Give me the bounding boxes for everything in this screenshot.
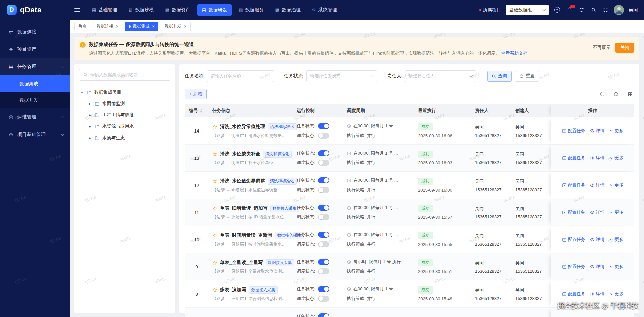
- refresh-icon[interactable]: [578, 6, 585, 14]
- top-nav-item[interactable]: ▩ 数据治理: [270, 4, 305, 16]
- tree-node[interactable]: ▸ 工程工情与调度: [79, 109, 170, 121]
- task-name-link[interactable]: 多表_追加写: [220, 287, 246, 293]
- page-tab[interactable]: 数据连接 ×: [93, 22, 122, 31]
- sidebar-item[interactable]: ◈ 项目资产: [0, 41, 70, 58]
- more-link[interactable]: 更多: [609, 155, 624, 161]
- favorite-star-icon[interactable]: [212, 152, 217, 157]
- avatar[interactable]: [614, 5, 624, 15]
- page-tab[interactable]: 数据开发 ×: [161, 22, 191, 31]
- configure-task-link[interactable]: 配置任务: [562, 291, 585, 297]
- tree-node[interactable]: ▸ 水资源与取用水: [79, 121, 170, 132]
- reset-button[interactable]: 重置: [515, 71, 539, 82]
- sidebar-item[interactable]: 数据开发: [0, 92, 70, 108]
- tree-node-root[interactable]: ▾ 数据集成类目: [79, 87, 170, 98]
- top-nav-item[interactable]: ▧ 数据建模: [124, 4, 158, 16]
- schedule-status-toggle[interactable]: [318, 296, 329, 302]
- configure-task-link[interactable]: 配置任务: [562, 236, 585, 243]
- tree-node[interactable]: ▸ 水雨情监测: [79, 98, 170, 109]
- more-link[interactable]: 更多: [609, 291, 624, 297]
- caret-right-icon[interactable]: ▸: [88, 124, 92, 129]
- tree-node[interactable]: ▸ 水质与生态: [79, 132, 170, 144]
- schedule-status-toggle[interactable]: [318, 187, 329, 193]
- caret-right-icon[interactable]: ▸: [88, 113, 92, 117]
- banner-close-button[interactable]: 关闭: [615, 43, 634, 53]
- detail-link[interactable]: 详情: [590, 182, 605, 188]
- collapse-menu-icon[interactable]: [74, 8, 80, 12]
- sort-icon[interactable]: [200, 109, 203, 113]
- task-status-toggle[interactable]: [318, 259, 329, 265]
- help-doc-link[interactable]: 查看帮助文档: [501, 51, 527, 56]
- search-icon[interactable]: [590, 6, 597, 14]
- caret-right-icon[interactable]: ▸: [88, 101, 92, 106]
- brand-logo[interactable]: D qData: [0, 0, 70, 20]
- configure-task-link[interactable]: 配置任务: [562, 128, 585, 134]
- configure-task-link[interactable]: 配置任务: [562, 209, 585, 215]
- caret-right-icon[interactable]: ▸: [88, 136, 92, 140]
- task-name-link[interactable]: 单表_全量读_全量写: [220, 260, 263, 266]
- fullscreen-icon[interactable]: [602, 6, 609, 14]
- query-button[interactable]: 查询: [487, 71, 512, 82]
- task-name-input[interactable]: [207, 70, 274, 82]
- detail-link[interactable]: 详情: [590, 291, 605, 297]
- detail-link[interactable]: 详情: [590, 155, 605, 161]
- favorite-star-icon[interactable]: [212, 124, 217, 129]
- user-name[interactable]: 吴同: [629, 7, 638, 13]
- more-link[interactable]: 更多: [609, 128, 624, 134]
- page-tab[interactable]: 数据集成 ×: [125, 22, 159, 31]
- task-status-toggle[interactable]: [318, 313, 329, 317]
- dismiss-link[interactable]: 不再展示: [593, 45, 611, 51]
- task-name-link[interactable]: 单表_ID增量读_追加写: [220, 205, 268, 211]
- schedule-status-toggle[interactable]: [318, 160, 329, 166]
- close-icon[interactable]: ×: [152, 24, 155, 29]
- configure-task-link[interactable]: 配置任务: [562, 182, 585, 188]
- close-icon[interactable]: ×: [116, 24, 119, 29]
- more-link[interactable]: 更多: [609, 182, 624, 188]
- sidebar-item[interactable]: ⇄ 数据连接: [0, 23, 70, 41]
- task-status-toggle[interactable]: [318, 177, 329, 183]
- top-nav-item[interactable]: ▨ 数据资产: [161, 4, 195, 16]
- task-name-link[interactable]: 清洗_水位缺失补全: [220, 151, 260, 157]
- task-name-link[interactable]: 单表_时间增量读_更新写: [220, 232, 272, 239]
- page-tab[interactable]: 首页: [74, 22, 90, 31]
- task-status-toggle[interactable]: [318, 150, 329, 156]
- detail-link[interactable]: 详情: [590, 264, 605, 270]
- grid-view-icon[interactable]: [626, 90, 634, 98]
- bell-icon[interactable]: [566, 6, 573, 14]
- sidebar-item[interactable]: ▤ 任务管理: [0, 58, 70, 75]
- task-status-select[interactable]: 请选择任务状态: [306, 70, 377, 82]
- more-link[interactable]: 更多: [609, 236, 624, 243]
- schedule-status-toggle[interactable]: [318, 214, 329, 220]
- task-name-link[interactable]: 清洗_水位值边界调整: [220, 178, 265, 184]
- top-nav-item[interactable]: ▤ 数据研发: [197, 4, 232, 16]
- favorite-star-icon[interactable]: [212, 233, 217, 238]
- caret-down-icon[interactable]: ▾: [80, 90, 84, 95]
- tree-search-input[interactable]: [90, 72, 167, 77]
- configure-task-link[interactable]: 配置任务: [562, 155, 585, 161]
- top-nav-item[interactable]: ▥ 数据服务: [234, 4, 268, 16]
- help-icon[interactable]: ?: [553, 6, 561, 14]
- table-refresh-icon[interactable]: [612, 90, 620, 98]
- sidebar-item[interactable]: ◎ 运维管理: [0, 108, 70, 126]
- favorite-star-icon[interactable]: [212, 260, 217, 265]
- schedule-status-toggle[interactable]: [318, 133, 329, 139]
- task-status-toggle[interactable]: [318, 205, 329, 211]
- favorite-star-icon[interactable]: [212, 287, 217, 293]
- sidebar-item[interactable]: 数据集成: [0, 75, 70, 92]
- task-status-toggle[interactable]: [318, 232, 329, 238]
- close-icon[interactable]: ×: [184, 24, 187, 29]
- task-status-toggle[interactable]: [318, 123, 329, 129]
- top-nav-item[interactable]: ⚙ 系统管理: [307, 4, 342, 16]
- schedule-status-toggle[interactable]: [318, 241, 329, 247]
- task-status-toggle[interactable]: [318, 286, 329, 292]
- detail-link[interactable]: 详情: [590, 128, 605, 134]
- detail-link[interactable]: 详情: [590, 236, 605, 243]
- configure-task-link[interactable]: 配置任务: [562, 264, 585, 270]
- table-search-icon[interactable]: [598, 90, 606, 98]
- more-link[interactable]: 更多: [609, 209, 624, 215]
- favorite-star-icon[interactable]: [212, 206, 217, 211]
- task-name-link[interactable]: 清洗_水位异常值处理: [220, 124, 265, 130]
- sidebar-item[interactable]: ⊕ 项目基础管理: [0, 126, 70, 143]
- project-select[interactable]: 基础数据组: [506, 5, 549, 15]
- favorite-star-icon[interactable]: [212, 179, 217, 184]
- schedule-status-toggle[interactable]: [318, 268, 329, 274]
